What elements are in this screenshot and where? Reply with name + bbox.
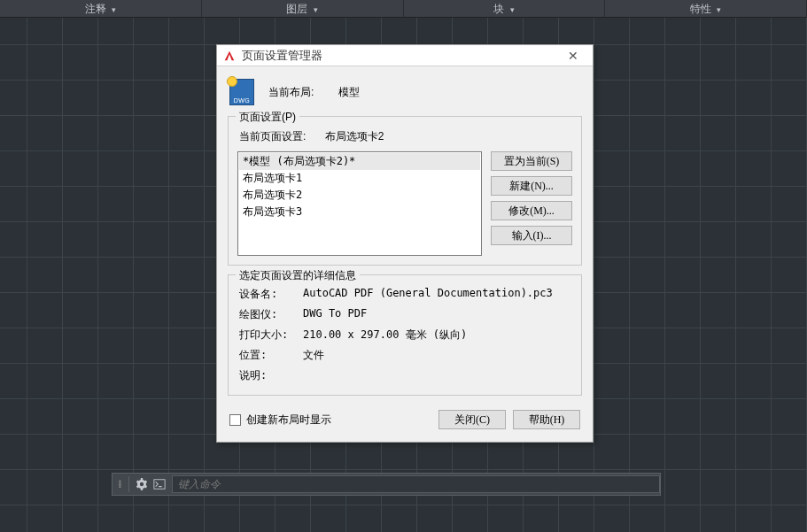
ribbon-panel-label: 图层 <box>286 3 318 15</box>
location-label: 位置: <box>239 348 303 363</box>
command-input[interactable] <box>172 475 660 493</box>
command-prompt-icon[interactable] <box>151 475 168 493</box>
new-button[interactable]: 新建(N)... <box>491 176 572 196</box>
checkbox-label: 创建新布局时显示 <box>246 412 331 428</box>
ribbon: 注释 图层 块 特性 <box>0 0 807 18</box>
current-layout-label: 当前布局: <box>268 85 314 100</box>
dialog-titlebar[interactable]: 页面设置管理器 ✕ <box>217 45 593 66</box>
list-item[interactable]: *模型 (布局选项卡2)* <box>239 153 480 170</box>
plotter-value: DWG To PDF <box>303 307 367 322</box>
ribbon-panel-annotate[interactable]: 注释 <box>0 0 202 17</box>
modify-button[interactable]: 修改(M)... <box>491 201 572 220</box>
current-page-setup-row: 当前页面设置: 布局选项卡2 <box>239 129 572 144</box>
svg-rect-0 <box>154 480 165 490</box>
ribbon-panel-block[interactable]: 块 <box>404 0 606 17</box>
ribbon-panel-label: 注释 <box>85 3 117 15</box>
page-setup-listbox[interactable]: *模型 (布局选项卡2)* 布局选项卡1 布局选项卡2 布局选项卡3 <box>237 151 482 256</box>
location-value: 文件 <box>303 348 324 363</box>
page-setup-manager-dialog: 页面设置管理器 ✕ DWG 当前布局: 模型 页面设置(P) 当前页面设置: 布… <box>216 44 594 443</box>
close-button[interactable]: ✕ <box>557 46 589 66</box>
desc-label: 说明: <box>239 368 303 383</box>
drag-handle-icon[interactable]: ⁞⁞ <box>113 474 125 495</box>
list-item[interactable]: 布局选项卡3 <box>239 204 480 220</box>
group-legend: 页面设置(P) <box>236 110 299 125</box>
ribbon-panel-properties[interactable]: 特性 <box>605 0 807 17</box>
current-page-setup-label: 当前页面设置: <box>239 130 306 143</box>
detail-group: 选定页面设置的详细信息 设备名:AutoCAD PDF (General Doc… <box>228 274 582 396</box>
page-setup-group: 页面设置(P) 当前页面设置: 布局选项卡2 *模型 (布局选项卡2)* 布局选… <box>228 116 582 266</box>
plotter-label: 绘图仪: <box>239 307 303 322</box>
ribbon-panel-label: 块 <box>493 3 515 15</box>
list-item[interactable]: 布局选项卡2 <box>239 187 480 204</box>
import-button[interactable]: 输入(I)... <box>491 226 572 245</box>
checkbox-box[interactable] <box>229 414 241 426</box>
current-layout-value: 模型 <box>338 85 360 100</box>
close-dialog-button[interactable]: 关闭(C) <box>438 410 506 429</box>
size-label: 打印大小: <box>239 328 303 343</box>
list-item[interactable]: 布局选项卡1 <box>239 170 480 187</box>
ribbon-panel-layers[interactable]: 图层 <box>202 0 404 17</box>
separator <box>128 476 129 492</box>
dialog-title: 页面设置管理器 <box>242 48 557 64</box>
autocad-app-icon <box>222 49 237 63</box>
group-legend: 选定页面设置的详细信息 <box>236 268 360 283</box>
size-value: 210.00 x 297.00 毫米 (纵向) <box>303 328 467 343</box>
device-label: 设备名: <box>239 287 303 302</box>
dwg-file-icon: DWG <box>229 79 254 105</box>
command-bar: ⁞⁞ <box>112 473 661 496</box>
customize-icon[interactable] <box>133 475 151 493</box>
show-on-new-layout-checkbox[interactable]: 创建新布局时显示 <box>229 412 431 428</box>
ribbon-panel-label: 特性 <box>690 3 722 15</box>
help-button[interactable]: 帮助(H) <box>513 410 580 429</box>
set-current-button[interactable]: 置为当前(S) <box>491 151 572 171</box>
current-page-setup-value: 布局选项卡2 <box>325 130 384 143</box>
device-value: AutoCAD PDF (General Documentation).pc3 <box>303 287 553 302</box>
